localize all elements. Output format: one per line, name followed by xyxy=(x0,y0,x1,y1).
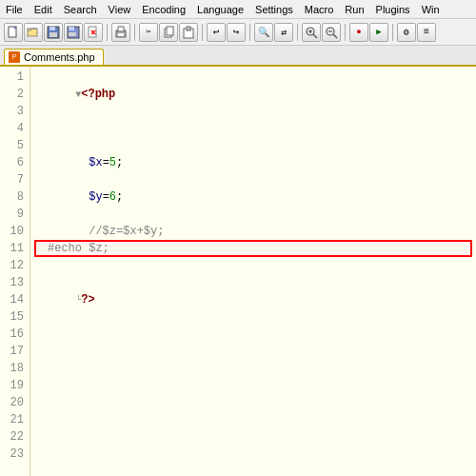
zoom-out-button[interactable] xyxy=(322,23,341,42)
tabbar: P Comments.php xyxy=(0,46,476,67)
menu-encoding[interactable]: Encoding xyxy=(136,2,191,17)
php-file-icon: P xyxy=(9,51,20,63)
svg-line-19 xyxy=(313,34,317,38)
save-all-button[interactable] xyxy=(64,23,83,42)
print-button[interactable] xyxy=(111,23,130,42)
line-num-22: 22 xyxy=(4,428,24,446)
code-line-22 xyxy=(34,428,472,446)
line-num-19: 19 xyxy=(4,377,24,394)
svg-rect-12 xyxy=(118,27,124,31)
toolbar-group-misc: ⚙ ≡ xyxy=(397,23,436,42)
code-line-16 xyxy=(34,326,472,343)
sep-5 xyxy=(297,24,298,41)
menu-macro[interactable]: Macro xyxy=(299,2,340,17)
line-num-4: 4 xyxy=(4,120,24,137)
line-num-5: 5 xyxy=(4,137,24,154)
find-button[interactable]: 🔍 xyxy=(254,23,273,42)
line-num-14: 14 xyxy=(4,291,24,308)
sep-4 xyxy=(249,24,250,41)
toolbar-group-edit: ✂ xyxy=(139,23,198,42)
close-button[interactable] xyxy=(84,23,103,42)
tab-label: Comments.php xyxy=(24,51,95,63)
open-button[interactable] xyxy=(24,23,43,42)
line-num-18: 18 xyxy=(4,360,24,377)
line-numbers: 1 2 3 4 5 6 7 8 9 10 11 12 13 14 15 16 1… xyxy=(0,67,30,476)
menu-language[interactable]: Language xyxy=(191,2,249,17)
svg-rect-3 xyxy=(50,27,55,30)
code-line-14 xyxy=(34,291,472,308)
copy-button[interactable] xyxy=(159,23,178,42)
toolbar-group-find: 🔍 ⇄ xyxy=(254,23,293,42)
menu-run[interactable]: Run xyxy=(339,2,369,17)
menu-view[interactable]: View xyxy=(103,2,137,17)
svg-rect-15 xyxy=(167,27,173,35)
svg-rect-13 xyxy=(118,33,124,36)
code-line-11[interactable]: #echo $z; xyxy=(34,240,472,257)
svg-rect-6 xyxy=(69,27,74,30)
settings-button[interactable]: ⚙ xyxy=(397,23,416,42)
line-num-10: 10 xyxy=(4,223,24,240)
code-line-23 xyxy=(34,446,472,463)
zoom-in-button[interactable] xyxy=(302,23,321,42)
svg-rect-17 xyxy=(187,27,190,30)
menu-plugins[interactable]: Plugins xyxy=(370,2,416,17)
sep-3 xyxy=(202,24,203,41)
replace-button[interactable]: ⇄ xyxy=(274,23,293,42)
code-line-18 xyxy=(34,360,472,377)
undo-button[interactable]: ↩ xyxy=(207,23,226,42)
code-line-15 xyxy=(34,308,472,326)
line-num-23: 23 xyxy=(4,446,24,463)
code-line-19 xyxy=(34,377,472,394)
line-num-2: 2 xyxy=(4,86,24,103)
line-num-12: 12 xyxy=(4,257,24,274)
semi-2: ; xyxy=(116,190,123,204)
code-line-5: $x=5; xyxy=(34,137,472,154)
save-button[interactable] xyxy=(44,23,63,42)
line-num-1: 1 xyxy=(4,69,24,86)
code-line-20 xyxy=(34,394,472,411)
cut-button[interactable]: ✂ xyxy=(139,23,158,42)
toolbar-group-file xyxy=(4,23,103,42)
code-line-1: ▼<?php xyxy=(34,69,472,86)
menu-win[interactable]: Win xyxy=(416,2,446,17)
redo-button[interactable]: ↪ xyxy=(227,23,246,42)
macro-play-button[interactable]: ▶ xyxy=(369,23,388,42)
comment-line: //$z=$x+$y; xyxy=(89,225,164,238)
svg-rect-7 xyxy=(69,32,76,36)
php-open-tag: <?php xyxy=(81,88,115,101)
code-line-21 xyxy=(34,411,472,428)
menubar: File Edit Search View Encoding Language … xyxy=(0,0,476,19)
toolbar-group-undoredo: ↩ ↪ xyxy=(207,23,246,42)
editor: 1 2 3 4 5 6 7 8 9 10 11 12 13 14 15 16 1… xyxy=(0,67,476,476)
sep-6 xyxy=(345,24,346,41)
php-close-tag: ?> xyxy=(81,293,94,307)
toolbar-group-macro: ● ▶ xyxy=(349,23,388,42)
code-line-3 xyxy=(34,103,472,120)
line-num-3: 3 xyxy=(4,103,24,120)
line-num-17: 17 xyxy=(4,343,24,360)
macro-record-button[interactable]: ● xyxy=(349,23,368,42)
menu-search[interactable]: Search xyxy=(58,2,103,17)
menu-settings[interactable]: Settings xyxy=(249,2,299,17)
menu-edit[interactable]: Edit xyxy=(29,2,58,17)
line-num-16: 16 xyxy=(4,326,24,343)
svg-rect-4 xyxy=(50,32,57,37)
line-num-21: 21 xyxy=(4,411,24,428)
code-line-13: └?> xyxy=(34,274,472,291)
paste-button[interactable] xyxy=(179,23,198,42)
echo-comment: #echo $z; xyxy=(48,240,109,257)
var-y: $y xyxy=(89,190,102,204)
assign-op: = xyxy=(103,156,109,169)
new-button[interactable] xyxy=(4,23,23,42)
semi-1: ; xyxy=(116,156,123,169)
tab-comments-php[interactable]: P Comments.php xyxy=(4,49,104,65)
var-x: $x xyxy=(89,156,102,169)
code-line-4 xyxy=(34,120,472,137)
code-line-12 xyxy=(34,257,472,274)
line-num-6: 6 xyxy=(4,154,24,171)
menu-button[interactable]: ≡ xyxy=(417,23,436,42)
line-num-11: 11 xyxy=(4,240,24,257)
menu-file[interactable]: File xyxy=(0,2,29,17)
code-area[interactable]: ▼<?php $x=5; $y=6; //$z=$x+$y; #echo $z; xyxy=(30,67,476,476)
code-line-9: //$z=$x+$y; xyxy=(34,206,472,223)
